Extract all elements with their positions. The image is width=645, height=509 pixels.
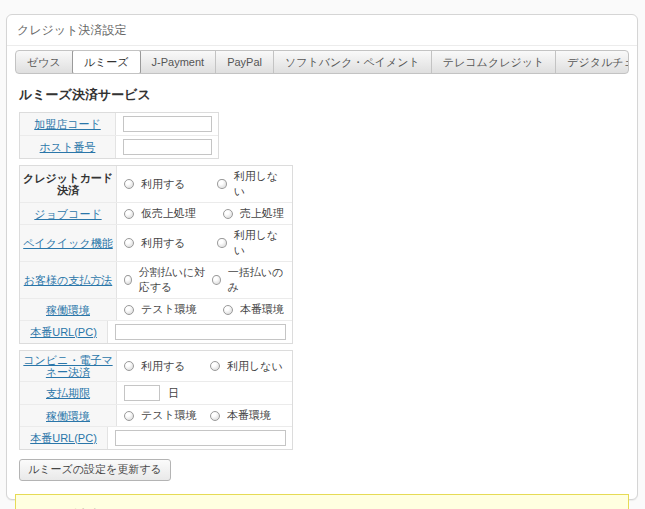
table-row: お客様の支払方法 分割払いに対応する 一括払いのみ [20,262,292,299]
table-row: ペイクイック機能 利用する 利用しない [20,225,292,262]
lump-sum-radio[interactable] [212,275,221,285]
credit-use-radio[interactable] [124,179,134,189]
environment-label-link[interactable]: 稼働環境 [46,304,90,316]
form-heading: ルミーズ決済サービス [19,86,625,104]
conv-production-url-input[interactable] [115,430,286,446]
option-label: 利用しない [234,169,286,199]
table-row: ジョブコード 仮売上処理 売上処理 [20,203,292,225]
option-label: テスト環境 [141,408,197,423]
option-label: 本番環境 [240,302,284,317]
payment-deadline-label-link[interactable]: 支払期限 [46,387,90,399]
convenience-settings-table: コンビニ・電子マネー決済 利用する 利用しない 支払期限 日 稼働環境 テスト環… [19,350,293,450]
table-row: ホスト番号 [20,136,218,158]
merchant-code-label-link[interactable]: 加盟店コード [34,118,101,130]
update-settings-button[interactable]: ルミーズの設定を更新する [19,459,171,481]
tab-paypal[interactable]: PayPal [216,51,274,73]
tab-softbank-payment[interactable]: ソフトバンク・ペイメント [274,51,432,73]
credit-not-use-radio[interactable] [217,179,226,189]
table-row: クレジットカード決済 利用する 利用しない [20,166,292,203]
payment-tabs: ゼウス ルミーズ J-Payment PayPal ソフトバンク・ペイメント テ… [15,50,629,74]
option-label: 一括払いのみ [228,265,286,295]
table-row: 加盟店コード [20,113,218,136]
option-label: 売上処理 [240,206,284,221]
settings-panel: クレジット決済設定 ゼウス ルミーズ J-Payment PayPal ソフトバ… [6,14,638,500]
conv-production-env-radio[interactable] [210,411,220,421]
production-env-radio[interactable] [223,305,233,315]
service-info-box: ルミーズ決済サービス ルミーズ決済サービスの詳細はこちら 》 この決済は「外部リ… [15,494,629,509]
installment-radio[interactable] [124,275,132,285]
option-label: テスト環境 [141,302,197,317]
tab-jpayment[interactable]: J-Payment [141,51,217,73]
convenience-payment-label-link[interactable]: コンビニ・電子マネー決済 [22,354,114,378]
tab-telecom-credit[interactable]: テレコムクレジット [432,51,556,73]
table-row: コンビニ・電子マネー決済 利用する 利用しない [20,351,292,382]
table-row: 本番URL(PC) [20,427,292,449]
deadline-unit-label: 日 [168,386,179,401]
option-label: 利用しない [227,359,283,374]
payment-deadline-input[interactable] [124,385,160,401]
production-url-label-link[interactable]: 本番URL(PC) [30,326,97,338]
conv-not-use-radio[interactable] [210,361,220,371]
account-settings-table: 加盟店コード ホスト番号 [19,112,219,159]
test-env-radio[interactable] [124,305,134,315]
option-label: 本番環境 [227,408,271,423]
table-row: 本番URL(PC) [20,321,292,343]
payquick-not-use-radio[interactable] [217,238,226,248]
credit-card-settings-table: クレジットカード決済 利用する 利用しない ジョブコード 仮売上処理 売上処理 … [19,165,293,344]
conv-environment-label-link[interactable]: 稼働環境 [46,410,90,422]
provisional-sales-radio[interactable] [124,209,134,219]
payquick-use-radio[interactable] [124,238,134,248]
table-row: 支払期限 日 [20,382,292,405]
page-title: クレジット決済設定 [7,15,637,46]
conv-use-radio[interactable] [124,361,134,371]
tab-digital-check[interactable]: デジタルチェック [556,51,629,73]
host-number-input[interactable] [123,139,212,155]
option-label: 利用する [141,359,186,374]
job-code-label-link[interactable]: ジョブコード [34,208,101,220]
tab-content: ルミーズ決済サービス 加盟店コード ホスト番号 クレジットカード決済 利用する … [7,74,637,481]
tab-remise[interactable]: ルミーズ [72,50,141,74]
sales-process-radio[interactable] [223,209,233,219]
table-row: 稼働環境 テスト環境 本番環境 [20,299,292,321]
credit-production-url-input[interactable] [115,324,286,340]
option-label: 分割払いに対応する [139,265,212,295]
table-row: 稼働環境 テスト環境 本番環境 [20,405,292,427]
merchant-code-input[interactable] [123,116,212,132]
credit-card-payment-label: クレジットカード決済 [22,172,114,196]
tab-zeus[interactable]: ゼウス [16,51,73,73]
option-label: 利用する [141,236,186,251]
option-label: 仮売上処理 [141,206,196,221]
payquick-label-link[interactable]: ペイクイック機能 [23,237,113,249]
payment-method-label-link[interactable]: お客様の支払方法 [24,274,113,286]
conv-test-env-radio[interactable] [124,411,134,421]
option-label: 利用する [141,177,186,192]
host-number-label-link[interactable]: ホスト番号 [40,141,96,153]
option-label: 利用しない [234,228,286,258]
conv-production-url-label-link[interactable]: 本番URL(PC) [30,432,97,444]
